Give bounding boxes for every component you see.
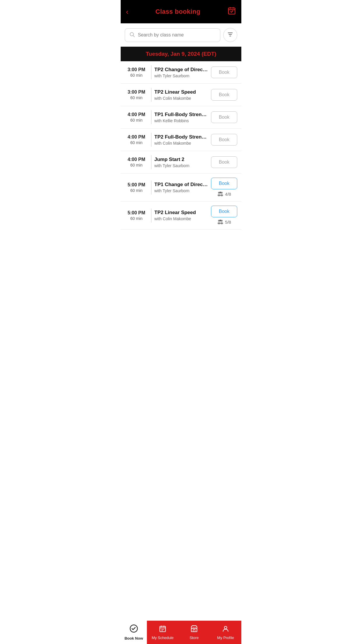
search-icon <box>129 32 135 39</box>
class-time: 3:00 PM 60 min <box>125 90 148 100</box>
book-button[interactable]: Book <box>211 206 237 217</box>
class-trainer: with Colin Makombe <box>154 96 208 101</box>
class-trainer: with Colin Makombe <box>154 216 208 221</box>
class-time-main: 5:00 PM <box>125 210 148 216</box>
class-trainer: with Tyler Saurborn <box>154 188 208 193</box>
class-time: 3:00 PM 60 min <box>125 67 148 78</box>
time-divider <box>151 209 152 223</box>
time-divider <box>151 65 152 79</box>
book-button[interactable]: Book <box>211 156 237 168</box>
book-button[interactable]: Book <box>211 134 237 146</box>
class-time: 4:00 PM 60 min <box>125 157 148 167</box>
class-name: TP2 Linear Speed <box>154 210 208 216</box>
class-action: Book <box>211 89 237 101</box>
class-row: 3:00 PM 60 min TP2 Linear Speed with Col… <box>121 84 241 106</box>
class-time: 4:00 PM 60 min <box>125 112 148 123</box>
class-duration: 60 min <box>125 163 148 167</box>
class-row: 4:00 PM 60 min Jump Start 2 with Tyler S… <box>121 151 241 174</box>
svg-point-18 <box>220 222 223 224</box>
time-divider <box>151 133 152 147</box>
class-duration: 60 min <box>125 216 148 221</box>
class-action: Book <box>211 66 237 78</box>
book-now-label: Book Now <box>124 636 143 640</box>
class-time-main: 3:00 PM <box>125 90 148 95</box>
class-action: Book 5/8 <box>211 206 237 225</box>
capacity-info: 5/8 <box>217 219 231 225</box>
people-icon <box>217 191 224 197</box>
date-banner: Tuesday, Jan 9, 2024 (EDT) <box>121 47 241 61</box>
class-time-main: 4:00 PM <box>125 112 148 117</box>
svg-point-16 <box>219 220 221 221</box>
time-divider <box>151 110 152 124</box>
class-trainer: with Kellie Robbins <box>154 118 208 123</box>
nav-my-schedule[interactable]: My Schedule <box>147 621 178 644</box>
filter-icon <box>227 31 233 39</box>
store-icon <box>190 625 198 634</box>
class-duration: 60 min <box>125 140 148 145</box>
filter-button[interactable] <box>223 28 237 42</box>
class-row: 5:00 PM 60 min TP2 Linear Speed with Col… <box>121 202 241 230</box>
svg-point-12 <box>218 194 220 196</box>
class-row: 5:00 PM 60 min TP1 Change of Directi... … <box>121 174 241 202</box>
class-time: 4:00 PM 60 min <box>125 134 148 145</box>
my-schedule-label: My Schedule <box>152 636 173 640</box>
class-duration: 60 min <box>125 118 148 123</box>
book-button[interactable]: Book <box>211 111 237 123</box>
class-name: TP2 Full-Body Streng... <box>154 134 208 140</box>
svg-rect-26 <box>193 629 195 632</box>
class-trainer: with Tyler Saurborn <box>154 163 208 168</box>
class-list: 3:00 PM 60 min TP2 Change of Directi... … <box>121 61 241 230</box>
calendar-icon[interactable] <box>227 6 236 17</box>
class-time: 5:00 PM 60 min <box>125 182 148 193</box>
svg-line-5 <box>133 35 135 37</box>
class-info: TP2 Linear Speed with Colin Makombe <box>154 210 208 221</box>
schedule-icon <box>159 625 166 634</box>
search-box <box>125 28 220 42</box>
class-info: Jump Start 2 with Tyler Saurborn <box>154 157 208 168</box>
search-input[interactable] <box>138 32 216 38</box>
class-info: TP2 Change of Directi... with Tyler Saur… <box>154 67 208 78</box>
people-icon <box>217 219 224 225</box>
back-button[interactable]: ‹ <box>126 7 129 16</box>
svg-point-17 <box>218 222 220 224</box>
nav-store[interactable]: Store <box>178 621 210 644</box>
class-info: TP1 Change of Directi... with Tyler Saur… <box>154 182 208 193</box>
class-info: TP1 Full-Body Streng... with Kellie Robb… <box>154 112 208 123</box>
class-duration: 60 min <box>125 188 148 193</box>
book-button[interactable]: Book <box>211 178 237 189</box>
date-text: Tuesday, Jan 9, 2024 (EDT) <box>146 51 216 57</box>
class-row: 4:00 PM 60 min TP1 Full-Body Streng... w… <box>121 106 241 129</box>
svg-point-11 <box>219 192 221 193</box>
my-profile-label: My Profile <box>217 636 234 640</box>
book-button[interactable]: Book <box>211 66 237 78</box>
class-duration: 60 min <box>125 95 148 100</box>
class-action: Book <box>211 134 237 146</box>
class-name: Jump Start 2 <box>154 157 208 162</box>
check-circle-icon <box>129 624 138 635</box>
class-time: 5:00 PM 60 min <box>125 210 148 221</box>
time-divider <box>151 181 152 195</box>
time-divider <box>151 155 152 169</box>
book-button[interactable]: Book <box>211 89 237 101</box>
class-name: TP2 Change of Directi... <box>154 67 208 73</box>
store-label: Store <box>189 636 198 640</box>
nav-my-profile[interactable]: My Profile <box>210 621 241 644</box>
bottom-nav: Book Now My Schedule Store <box>121 621 241 644</box>
class-name: TP2 Linear Speed <box>154 89 208 95</box>
class-row: 3:00 PM 60 min TP2 Change of Directi... … <box>121 61 241 84</box>
profile-icon <box>222 625 229 634</box>
class-action: Book 4/8 <box>211 178 237 197</box>
page-title: Class booking <box>155 8 200 15</box>
class-trainer: with Colin Makombe <box>154 141 208 146</box>
class-info: TP2 Linear Speed with Colin Makombe <box>154 89 208 101</box>
svg-rect-0 <box>229 8 235 14</box>
class-name: TP1 Full-Body Streng... <box>154 112 208 118</box>
class-info: TP2 Full-Body Streng... with Colin Makom… <box>154 134 208 146</box>
svg-point-27 <box>224 626 227 629</box>
nav-book-now[interactable]: Book Now <box>121 621 147 644</box>
class-time-main: 4:00 PM <box>125 157 148 162</box>
class-name: TP1 Change of Directi... <box>154 182 208 188</box>
class-action: Book <box>211 156 237 168</box>
class-row: 4:00 PM 60 min TP2 Full-Body Streng... w… <box>121 129 241 151</box>
search-area <box>121 23 241 47</box>
